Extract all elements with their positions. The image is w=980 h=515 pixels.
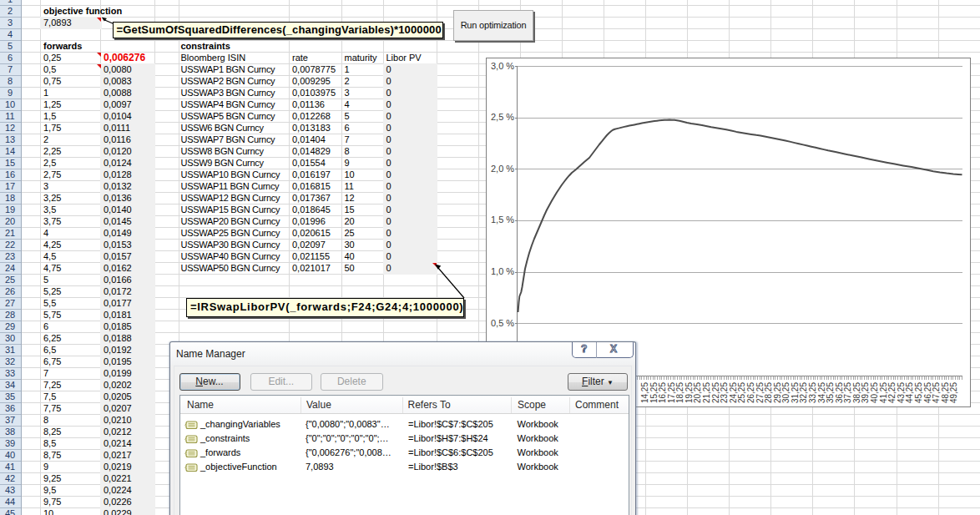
svg-text:40,25: 40,25: [870, 382, 879, 403]
svg-text:26,25: 26,25: [746, 382, 755, 403]
svg-text:21,25: 21,25: [702, 382, 711, 403]
svg-text:45,25: 45,25: [914, 382, 923, 403]
svg-text:33,25: 33,25: [808, 382, 817, 403]
svg-text:14,25: 14,25: [640, 382, 649, 403]
svg-text:34,25: 34,25: [817, 382, 826, 403]
svg-text:35,25: 35,25: [826, 382, 835, 403]
svg-text:31,25: 31,25: [791, 382, 800, 403]
svg-text:1,5 %: 1,5 %: [491, 215, 514, 225]
svg-text:46,25: 46,25: [923, 382, 932, 403]
svg-text:24,25: 24,25: [729, 382, 738, 403]
svg-text:43,25: 43,25: [897, 382, 906, 403]
svg-text:49,25: 49,25: [949, 382, 958, 403]
svg-text:41,25: 41,25: [879, 382, 888, 403]
svg-text:25,25: 25,25: [737, 382, 746, 403]
svg-text:48,25: 48,25: [941, 382, 950, 403]
svg-text:44,25: 44,25: [905, 382, 914, 403]
svg-text:2,0 %: 2,0 %: [491, 164, 514, 174]
svg-text:28,25: 28,25: [764, 382, 773, 403]
svg-text:23,25: 23,25: [720, 382, 729, 403]
svg-text:30,25: 30,25: [781, 382, 791, 403]
svg-text:32,25: 32,25: [799, 382, 808, 403]
svg-text:39,25: 39,25: [861, 382, 870, 403]
svg-text:17,25: 17,25: [667, 382, 676, 403]
svg-text:36,25: 36,25: [835, 382, 844, 403]
svg-text:3,0 %: 3,0 %: [491, 61, 514, 71]
svg-text:0,5 %: 0,5 %: [491, 318, 514, 328]
svg-text:27,25: 27,25: [755, 382, 765, 403]
svg-text:2,5 %: 2,5 %: [491, 112, 514, 122]
svg-text:38,25: 38,25: [852, 382, 861, 403]
svg-text:15,25: 15,25: [649, 382, 659, 403]
svg-text:19,25: 19,25: [684, 382, 694, 403]
svg-text:18,25: 18,25: [675, 382, 684, 403]
svg-text:1,0 %: 1,0 %: [491, 266, 514, 276]
svg-text:22,25: 22,25: [711, 382, 720, 403]
svg-text:37,25: 37,25: [843, 382, 852, 403]
svg-text:29,25: 29,25: [773, 382, 782, 403]
svg-text:20,25: 20,25: [693, 382, 702, 403]
svg-text:47,25: 47,25: [932, 382, 941, 403]
svg-text:42,25: 42,25: [887, 382, 897, 403]
svg-text:16,25: 16,25: [658, 382, 667, 403]
